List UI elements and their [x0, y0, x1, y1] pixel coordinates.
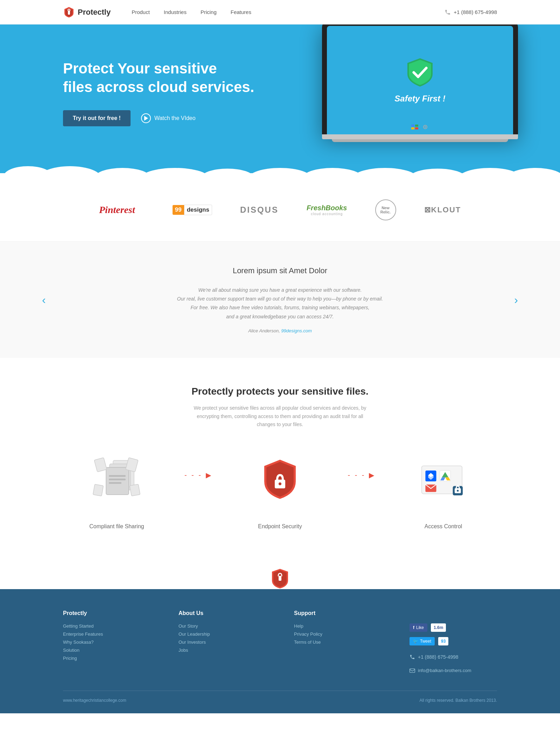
- logo-text: Protectly: [78, 8, 111, 17]
- phone-icon: [444, 9, 451, 15]
- svg-rect-26: [109, 482, 121, 484]
- footer-email-icon: [410, 669, 415, 673]
- twitter-tweet-button[interactable]: 🐦 Tweet: [410, 637, 435, 645]
- features-subtitle: We protect your sensitive files across a…: [192, 404, 368, 429]
- footer-phone-icon: [410, 654, 415, 660]
- endpoint-security-icon-area: [252, 453, 308, 509]
- footer-link-our-leadership[interactable]: Our Leadership: [178, 631, 266, 637]
- logo-disqus: DISQUS: [240, 205, 279, 215]
- nav-product[interactable]: Product: [132, 9, 150, 15]
- footer-link-pricing[interactable]: Pricing: [63, 656, 150, 661]
- footer-phone: +1 (888) 675-4998: [410, 654, 497, 660]
- footer-connector: [0, 558, 560, 589]
- testimonial-prev[interactable]: ‹: [42, 293, 46, 306]
- features-title: Protectly protects your sensitive files.: [63, 386, 497, 397]
- laptop-screen: Safety First !: [327, 26, 513, 134]
- try-free-button[interactable]: Try it out for free !: [63, 110, 131, 126]
- navbar: Protectly Product Industries Pricing Fea…: [0, 0, 560, 24]
- svg-rect-43: [279, 576, 281, 581]
- svg-rect-3: [415, 125, 418, 127]
- watch-video-button[interactable]: Watch the VIdeo: [141, 113, 196, 123]
- feature-label-0: Compliant file Sharing: [89, 523, 144, 530]
- nav-features[interactable]: Features: [231, 9, 251, 15]
- footer-link-privacy[interactable]: Privacy Policy: [294, 631, 382, 637]
- footer-link-why[interactable]: Why Sookasa?: [63, 640, 150, 645]
- footer-link-terms[interactable]: Terms of Use: [294, 640, 382, 645]
- footer-email: info@balkan-brothers.com: [410, 668, 497, 673]
- features-row: Compliant file Sharing - - - ▶ Endpoint …: [63, 453, 497, 530]
- facebook-count: 1.6m: [431, 623, 446, 632]
- file-sharing-icon: [89, 457, 145, 506]
- logo-icon: [63, 6, 75, 18]
- footer-col3-title: Support: [294, 610, 382, 616]
- logo-klout: ⊠KLOUT: [424, 205, 461, 214]
- logo-freshbooks: FreshBooks cloud accounting: [307, 204, 347, 216]
- feature-endpoint-security: Endpoint Security: [226, 453, 334, 530]
- feature-label-1: Endpoint Security: [258, 523, 302, 530]
- features-section: Protectly protects your sensitive files.…: [0, 358, 560, 558]
- svg-rect-30: [130, 484, 140, 496]
- testimonial-author: Alice Anderson, 99designs.com: [88, 328, 472, 333]
- svg-rect-24: [109, 475, 126, 477]
- logo[interactable]: Protectly: [63, 6, 111, 18]
- footer-link-our-investors[interactable]: Our Investors: [178, 640, 266, 645]
- settings-icon: [422, 125, 429, 129]
- testimonial-author-link[interactable]: 99designs.com: [281, 328, 312, 333]
- footer-left-note: www.heritagechristiancollege.com: [63, 698, 126, 703]
- svg-rect-2: [411, 125, 414, 127]
- footer-bottom: www.heritagechristiancollege.com All rig…: [63, 691, 497, 703]
- svg-point-32: [279, 482, 281, 485]
- footer-col-protectly: Protectly Getting Started Enterprise Fea…: [63, 610, 150, 673]
- footer-col-social: - f Like 1.6m 🐦 Tweet 93: [410, 610, 497, 673]
- svg-rect-28: [126, 458, 138, 472]
- footer-link-our-story[interactable]: Our Story: [178, 623, 266, 629]
- svg-point-7: [425, 126, 426, 128]
- footer-link-getting-started[interactable]: Getting Started: [63, 623, 150, 629]
- footer: Protectly Getting Started Enterprise Fea…: [0, 589, 560, 713]
- testimonial-text: We're all about making sure you have a g…: [88, 286, 472, 321]
- svg-rect-4: [411, 127, 414, 129]
- feature-label-2: Access Control: [425, 523, 462, 530]
- laptop-bottom-icons: [411, 125, 429, 129]
- endpoint-security-icon: [257, 457, 303, 506]
- svg-rect-5: [415, 127, 418, 129]
- nav-phone: +1 (888) 675-4998: [444, 9, 497, 15]
- phone-number: +1 (888) 675-4998: [454, 9, 497, 15]
- pinterest-logo: Pinterest: [99, 202, 145, 216]
- feature-access-control: Access Control: [390, 453, 497, 530]
- laptop-foot: [332, 139, 508, 142]
- nav-pricing[interactable]: Pricing: [201, 9, 217, 15]
- social-twitter-row: 🐦 Tweet 93: [410, 637, 497, 645]
- feature-file-sharing: Compliant file Sharing: [63, 453, 170, 530]
- svg-rect-44: [410, 669, 415, 672]
- access-control-icon-area: [415, 453, 471, 509]
- footer-link-jobs[interactable]: Jobs: [178, 648, 266, 653]
- footer-col-about: About Us Our Story Our Leadership Our In…: [178, 610, 266, 673]
- svg-rect-27: [94, 458, 107, 472]
- testimonial-next[interactable]: ›: [514, 293, 518, 306]
- hero-clouds: [0, 157, 560, 178]
- logo-pinterest: Pinterest: [99, 202, 145, 218]
- facebook-icon: f: [413, 625, 414, 630]
- facebook-like-button[interactable]: f Like: [410, 623, 427, 632]
- svg-rect-29: [93, 484, 104, 496]
- hero-section: Protect Your sensitive files across clou…: [0, 24, 560, 178]
- safety-text: Safety First !: [394, 94, 445, 104]
- hero-laptop: Safety First !: [322, 24, 518, 142]
- shield-green-icon: [404, 57, 436, 88]
- feature-arrow-2: - - - ▶: [348, 453, 376, 479]
- social-facebook-row: f Like 1.6m: [410, 623, 497, 632]
- svg-text:Pinterest: Pinterest: [99, 204, 135, 215]
- twitter-icon: 🐦: [413, 639, 418, 644]
- footer-col-support: Support Help Privacy Policy Terms of Use: [294, 610, 382, 673]
- footer-right-note: All rights reserved. Balkan Brothers 201…: [420, 698, 497, 703]
- footer-link-enterprise[interactable]: Enterprise Features: [63, 631, 150, 637]
- svg-rect-23: [106, 467, 129, 495]
- footer-link-help[interactable]: Help: [294, 623, 382, 629]
- twitter-count: 93: [438, 637, 448, 645]
- nav-industries[interactable]: Industries: [164, 9, 187, 15]
- footer-social: f Like 1.6m 🐦 Tweet 93 +1 (88: [410, 623, 497, 673]
- footer-link-solution[interactable]: Solution: [63, 648, 150, 653]
- laptop-base: [322, 134, 518, 139]
- access-control-icon: [415, 457, 471, 506]
